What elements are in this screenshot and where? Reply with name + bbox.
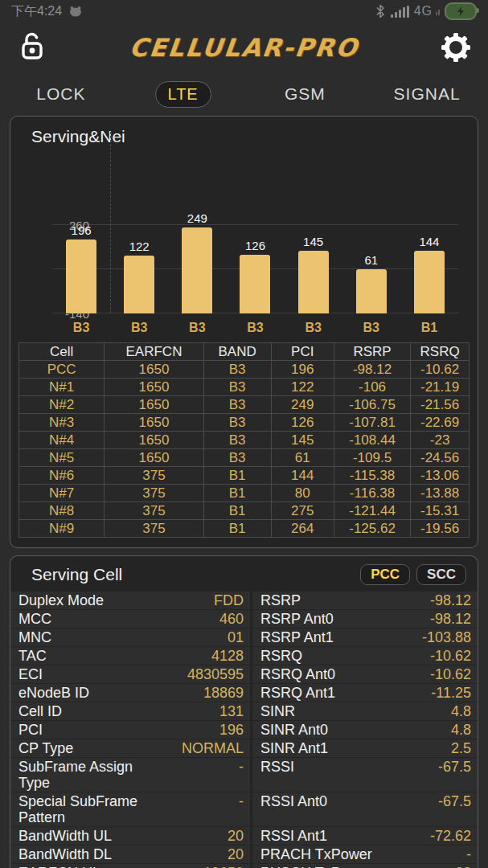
signal-strength-icon	[391, 6, 409, 18]
table-cell: B1	[203, 485, 271, 502]
unlock-button[interactable]	[16, 31, 48, 63]
table-cell: -98.12	[334, 361, 410, 379]
kv-value: -72.62	[430, 828, 471, 844]
unlock-icon	[18, 32, 47, 63]
kv-cell: ECI4830595	[10, 665, 250, 683]
tab-signal[interactable]: SIGNAL	[394, 84, 461, 104]
table-cell: -21.56	[411, 396, 470, 414]
kv-cell: RSSI Ant0-67.5	[252, 792, 478, 826]
nei-column-header: RSRQ	[411, 343, 470, 361]
bar-band-label: B3	[363, 321, 379, 335]
kv-cell: RSRQ-10.62	[252, 647, 478, 665]
tab-gsm[interactable]: GSM	[285, 84, 326, 104]
bar	[182, 227, 212, 313]
kv-row: Special SubFrame Pattern-RSSI Ant0-67.5	[10, 792, 478, 826]
kv-row: CP TypeNORMALSINR Ant12.5	[10, 739, 478, 757]
bar-column: 145B3	[285, 153, 342, 313]
kv-key: PUSCH TxPower	[260, 865, 372, 868]
table-row: PCC1650B3196-98.12-10.62	[19, 361, 470, 379]
kv-cell: SINR4.8	[252, 702, 478, 720]
table-cell: 1650	[105, 449, 203, 467]
kv-row: SubFrame Assign Type-RSSI-67.5	[10, 758, 478, 792]
table-row: N#41650B3145-108.44-23	[19, 432, 470, 449]
table-cell: N#1	[19, 379, 105, 396]
kv-row: EARFCN UL19650PUSCH TxPower23	[10, 864, 478, 868]
kv-key: RSSI Ant0	[260, 793, 327, 809]
bar-band-label: B3	[189, 321, 205, 335]
pcc-button[interactable]: PCC	[360, 564, 410, 585]
kv-cell: CP TypeNORMAL	[10, 739, 250, 757]
serving-cell-kv-list: Duplex ModeFDDRSRP-98.12MCC460RSRP Ant0-…	[10, 592, 478, 868]
kv-key: RSRP	[260, 592, 301, 608]
table-cell: 375	[105, 520, 203, 538]
kv-key: RSRP Ant1	[260, 629, 334, 645]
kv-key: BandWidth DL	[18, 846, 112, 862]
table-cell: B3	[203, 414, 271, 432]
neighbour-table-header: CellEARFCNBANDPCIRSRPRSRQ	[19, 343, 470, 361]
table-cell: -106.75	[334, 396, 410, 414]
bar-value-label: 144	[419, 235, 439, 248]
kv-value: -98.12	[430, 611, 471, 627]
tab-lte[interactable]: LTE	[155, 81, 211, 108]
nei-column-header: EARFCN	[105, 343, 203, 361]
bluetooth-icon	[375, 4, 386, 18]
kv-value: 19650	[203, 865, 244, 868]
kv-cell: SINR Ant04.8	[252, 721, 478, 739]
settings-button[interactable]: (function(){var g=document.getElementByI…	[440, 31, 472, 63]
table-cell: B1	[203, 467, 271, 485]
bar	[414, 251, 445, 313]
table-cell: B3	[203, 449, 271, 467]
table-cell: 275	[271, 502, 334, 520]
table-cell: PCC	[19, 361, 105, 379]
kv-key: RSSI Ant1	[260, 828, 327, 844]
neighbour-table: CellEARFCNBANDPCIRSRPRSRQ PCC1650B3196-9…	[18, 342, 470, 538]
kv-key: MNC	[18, 629, 51, 645]
table-cell: N#8	[19, 502, 105, 520]
bar-value-label: 126	[245, 239, 265, 252]
kv-value: -	[239, 759, 244, 775]
kv-key: RSRQ Ant1	[260, 685, 335, 701]
kv-row: BandWidth UL20RSSI Ant1-72.62	[10, 827, 478, 845]
kv-key: Duplex Mode	[18, 592, 104, 608]
table-cell: 80	[271, 485, 334, 502]
bar-column: 61B3	[342, 153, 400, 313]
table-row: N#51650B361-109.5-24.56	[19, 449, 470, 467]
kv-row: eNodeB ID18869RSRQ Ant1-11.25	[10, 684, 478, 702]
table-cell: 196	[271, 361, 334, 379]
table-cell: -24.56	[411, 449, 470, 467]
app-bar: CELLULAR-PRO (function(){var g=document.…	[0, 23, 488, 72]
table-cell: 1650	[105, 379, 203, 396]
kv-value: -10.62	[430, 666, 471, 682]
kv-key: SubFrame Assign Type	[18, 759, 157, 791]
bar	[66, 240, 96, 313]
kv-row: Cell ID131SINR4.8	[10, 702, 478, 720]
kv-cell: Special SubFrame Pattern-	[10, 792, 250, 826]
table-cell: 144	[271, 467, 334, 485]
bar-column: 196B3	[52, 153, 110, 313]
bar-value-label: 61	[364, 253, 378, 267]
kv-value: 131	[219, 703, 244, 719]
table-cell: 264	[271, 520, 334, 538]
kv-row: BandWidth DL20PRACH TxPower-	[10, 845, 478, 863]
table-row: N#8375B1275-121.44-15.31	[19, 502, 470, 520]
kv-cell: MCC460	[10, 610, 250, 628]
table-cell: -108.44	[334, 432, 410, 449]
table-cell: 145	[271, 432, 334, 449]
kv-cell: RSRP Ant0-98.12	[252, 610, 478, 628]
kv-cell: PRACH TxPower-	[252, 845, 478, 863]
table-cell: N#6	[19, 467, 105, 485]
sim2-signal-icon	[436, 8, 440, 15]
kv-cell: EARFCN UL19650	[10, 864, 250, 868]
table-cell: N#2	[19, 396, 105, 414]
table-row: N#21650B3249-106.75-21.56	[19, 396, 470, 414]
nei-column-header: PCI	[271, 343, 334, 361]
table-cell: N#4	[19, 432, 105, 449]
bar	[356, 269, 387, 313]
scc-button[interactable]: SCC	[416, 564, 466, 585]
kv-cell: eNodeB ID18869	[10, 684, 250, 702]
table-cell: B3	[203, 432, 271, 449]
tab-lock[interactable]: LOCK	[36, 84, 85, 104]
battery-charging-icon	[445, 2, 477, 20]
table-cell: 61	[271, 449, 334, 467]
cell-bar-chart: 26060-140196B3122B3249B3126B3145B361B314…	[10, 153, 466, 313]
